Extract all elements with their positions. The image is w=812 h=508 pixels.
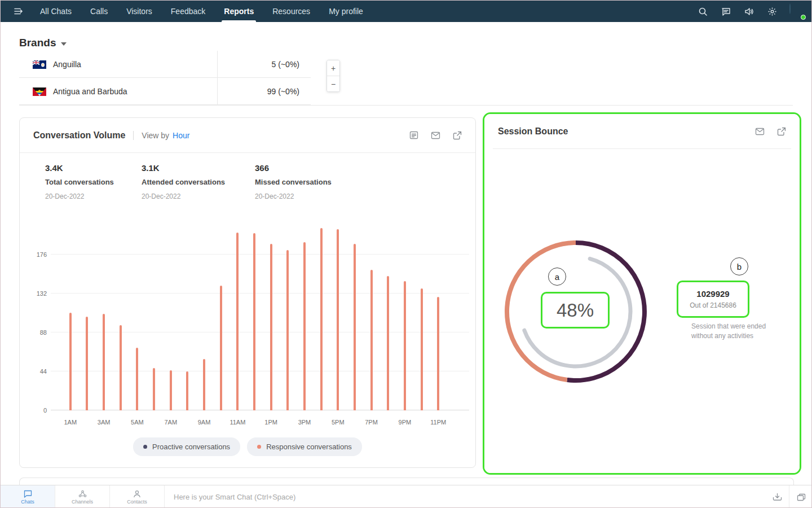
page-title: Brands — [19, 37, 56, 49]
zoom-out-button[interactable]: − — [327, 76, 339, 91]
volume-icon[interactable] — [743, 6, 754, 17]
map-zoom-control: + − — [326, 60, 340, 92]
chat-bubble-icon — [24, 490, 32, 498]
nav-reports[interactable]: Reports — [224, 1, 254, 22]
legend-responsive[interactable]: Responsive conversations — [247, 437, 362, 456]
country-value: 99 (~0%) — [217, 78, 311, 105]
nav-my-profile[interactable]: My profile — [329, 1, 363, 22]
stat-missed-conversations: 366 Missed conversations 20-Dec-2022 — [255, 163, 332, 200]
email-icon[interactable] — [755, 128, 765, 135]
card-title: Session Bounce — [498, 126, 568, 137]
channels-network-icon — [78, 490, 87, 498]
chart-legend: Proactive conversations Responsive conve… — [20, 437, 475, 456]
nav-all-chats[interactable]: All Chats — [40, 1, 72, 22]
smart-chat-actions — [765, 485, 812, 508]
annotation-marker-b: b — [730, 257, 748, 275]
app-window: All Chats Calls Visitors Feedback Report… — [0, 0, 812, 508]
bounce-count: 1029929 — [696, 289, 729, 299]
feedback-chat-icon[interactable] — [720, 6, 731, 17]
country-value: 5 (~0%) — [217, 51, 311, 78]
nav-feedback[interactable]: Feedback — [171, 1, 205, 22]
export-icon[interactable] — [777, 127, 786, 136]
bounce-count-box: 1029929 Out of 2145686 — [677, 281, 749, 318]
menu-collapse-icon[interactable] — [12, 5, 25, 18]
smart-chat-bar: Chats Channels Contacts — [1, 485, 812, 508]
conversation-volume-card: Conversation Volume View by Hour — [19, 117, 476, 468]
hourly-bar-chart — [51, 216, 469, 410]
bounce-caption: Session that were ended without any acti… — [691, 322, 776, 341]
next-card-edge — [19, 478, 794, 485]
view-by-dropdown[interactable]: Hour — [173, 131, 189, 140]
country-name: Antigua and Barbuda — [53, 87, 127, 96]
view-by-label: View by — [142, 131, 169, 140]
search-icon[interactable] — [697, 6, 708, 17]
country-name: Anguilla — [53, 60, 81, 69]
card-header: Conversation Volume View by Hour — [20, 118, 475, 153]
tab-channels[interactable]: Channels — [55, 485, 110, 508]
online-status-dot — [801, 15, 806, 20]
avatar — [789, 3, 791, 14]
stat-total-conversations: 3.4K Total conversations 20-Dec-2022 — [45, 163, 114, 200]
summary-list-icon[interactable] — [409, 131, 418, 139]
bounce-total: Out of 2145686 — [690, 301, 736, 309]
chevron-down-icon — [61, 42, 67, 46]
user-avatar[interactable] — [789, 4, 805, 19]
legend-proactive[interactable]: Proactive conversations — [133, 437, 240, 456]
top-nav: All Chats Calls Visitors Feedback Report… — [1, 1, 812, 22]
y-axis-labels: 04488132176 — [25, 216, 47, 410]
nav-utilities — [697, 1, 805, 22]
card-title: Conversation Volume — [33, 130, 125, 141]
anguilla-flag-icon — [33, 60, 46, 69]
proactive-dot-icon — [143, 445, 147, 449]
contact-person-icon — [133, 490, 141, 498]
nav-calls[interactable]: Calls — [90, 1, 108, 22]
smart-chat-input[interactable] — [165, 485, 765, 508]
email-icon[interactable] — [431, 132, 440, 139]
card-header: Session Bounce — [493, 114, 791, 149]
tab-contacts[interactable]: Contacts — [110, 485, 165, 508]
country-table: Anguilla 5 (~0%) — [19, 51, 311, 105]
antigua-flag-icon — [33, 87, 46, 96]
stat-attended-conversations: 3.1K Attended conversations 20-Dec-2022 — [142, 163, 225, 200]
windows-panels-icon[interactable] — [789, 485, 812, 508]
session-bounce-card: Session Bounce — [484, 114, 800, 473]
nav-resources[interactable]: Resources — [272, 1, 310, 22]
table-row[interactable]: Antigua and Barbuda 99 (~0%) — [19, 78, 311, 105]
settings-gear-icon[interactable] — [766, 6, 778, 17]
primary-nav: All Chats Calls Visitors Feedback Report… — [40, 1, 363, 22]
x-axis-labels: 1AM3AM5AM7AM9AM11AM1PM3PM5PM7PM9PM11PM — [62, 419, 447, 427]
bounce-percent-value: 48% — [541, 292, 610, 329]
nav-visitors[interactable]: Visitors — [126, 1, 152, 22]
responsive-dot-icon — [257, 445, 261, 449]
divider — [133, 131, 134, 140]
screenshare-tray-icon[interactable] — [765, 485, 789, 508]
page-title-dropdown[interactable]: Brands — [19, 37, 67, 49]
table-row[interactable]: Anguilla 5 (~0%) — [19, 51, 311, 78]
zoom-in-button[interactable]: + — [327, 60, 339, 76]
session-bounce-annotation-box: Session Bounce — [483, 112, 801, 475]
section-divider — [19, 105, 793, 106]
tab-chats[interactable]: Chats — [1, 485, 55, 508]
annotation-marker-a: a — [548, 268, 566, 286]
export-icon[interactable] — [453, 131, 462, 140]
world-map-area[interactable] — [347, 34, 793, 104]
